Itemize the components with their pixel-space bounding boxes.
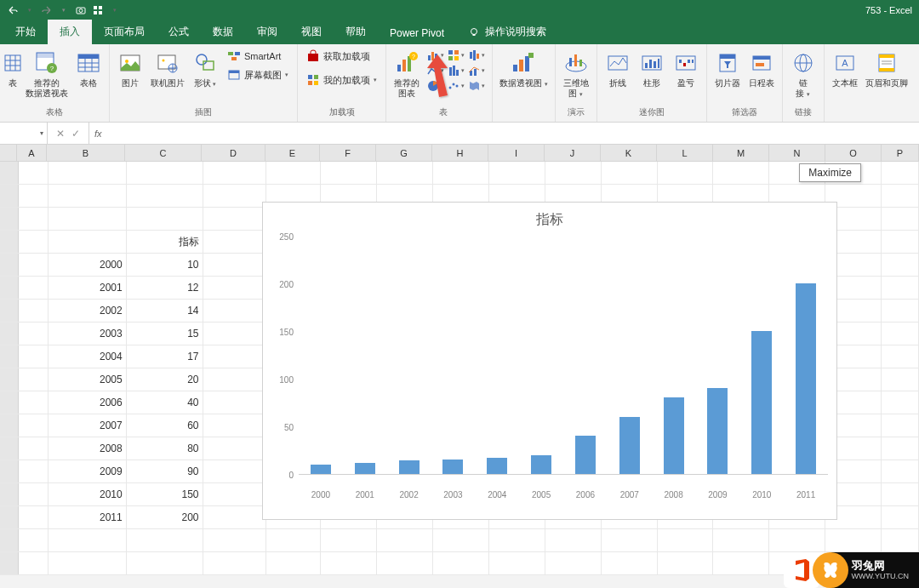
cell[interactable] bbox=[203, 345, 267, 368]
pivotchart-button[interactable]: 数据透视图 ▾ bbox=[498, 48, 550, 90]
sparkline-column-button[interactable]: 柱形 bbox=[636, 48, 667, 90]
tab-page-layout[interactable]: 页面布局 bbox=[92, 20, 157, 44]
combo-chart-button[interactable]: ▾ bbox=[466, 63, 487, 78]
column-header[interactable]: M bbox=[713, 145, 769, 161]
tab-view[interactable]: 视图 bbox=[289, 20, 334, 44]
cell[interactable] bbox=[489, 552, 545, 574]
cell[interactable]: 2006 bbox=[49, 391, 127, 414]
chart-bar[interactable] bbox=[311, 465, 331, 474]
cell[interactable] bbox=[19, 391, 49, 414]
cell[interactable] bbox=[377, 552, 433, 574]
cell[interactable] bbox=[203, 368, 267, 391]
column-header[interactable]: I bbox=[488, 145, 545, 161]
cell[interactable] bbox=[203, 437, 267, 460]
row-header[interactable] bbox=[0, 552, 19, 574]
cell[interactable] bbox=[19, 368, 49, 391]
row-header[interactable] bbox=[0, 529, 19, 551]
cell[interactable] bbox=[658, 162, 714, 184]
cell[interactable] bbox=[433, 162, 489, 184]
cell[interactable] bbox=[127, 552, 203, 574]
chart-bar[interactable] bbox=[399, 460, 420, 474]
cell[interactable] bbox=[19, 345, 49, 368]
column-header[interactable]: F bbox=[320, 145, 376, 161]
row-header[interactable] bbox=[0, 414, 19, 437]
cell[interactable] bbox=[19, 162, 49, 184]
column-header[interactable]: N bbox=[769, 145, 825, 161]
column-header[interactable]: E bbox=[265, 145, 320, 161]
cell[interactable]: 40 bbox=[127, 391, 203, 414]
cell[interactable] bbox=[377, 529, 433, 551]
cell[interactable]: 90 bbox=[127, 460, 203, 482]
cell[interactable] bbox=[658, 529, 714, 551]
cell[interactable]: 指标 bbox=[127, 231, 203, 253]
chart-bar[interactable] bbox=[487, 458, 507, 474]
undo-dropdown-icon[interactable]: ▾ bbox=[24, 4, 36, 16]
formula-input[interactable] bbox=[107, 128, 919, 139]
chart-title[interactable]: 指标 bbox=[263, 211, 836, 229]
text-box-button[interactable]: A 文本框 bbox=[830, 48, 860, 90]
qat-customize-icon[interactable]: ▾ bbox=[109, 4, 121, 16]
cell[interactable] bbox=[19, 414, 49, 437]
cell[interactable] bbox=[19, 506, 49, 528]
chart-bar[interactable] bbox=[531, 455, 551, 474]
sparkline-winloss-button[interactable]: 盈亏 bbox=[671, 48, 701, 90]
cell[interactable] bbox=[266, 529, 321, 551]
chart-bar[interactable] bbox=[751, 331, 772, 474]
column-header[interactable]: C bbox=[125, 145, 202, 161]
cell[interactable] bbox=[19, 483, 49, 505]
cell[interactable] bbox=[19, 231, 49, 253]
row-header[interactable] bbox=[0, 277, 19, 299]
cell[interactable] bbox=[203, 300, 267, 322]
cell[interactable] bbox=[489, 162, 545, 184]
row-header[interactable] bbox=[0, 185, 19, 207]
cell[interactable] bbox=[545, 529, 602, 551]
cell[interactable] bbox=[882, 254, 919, 276]
row-header[interactable] bbox=[0, 162, 19, 184]
waterfall-chart-button[interactable]: ▾ bbox=[466, 48, 487, 63]
chart-bar[interactable] bbox=[619, 417, 640, 474]
map-chart-button[interactable]: ▾ bbox=[466, 78, 487, 94]
cell[interactable] bbox=[882, 231, 919, 253]
timeline-button[interactable]: 日程表 bbox=[746, 48, 777, 90]
cell[interactable] bbox=[203, 254, 267, 276]
undo-icon[interactable] bbox=[7, 4, 19, 16]
cell[interactable] bbox=[49, 208, 127, 230]
cell[interactable]: 60 bbox=[127, 414, 203, 437]
chart-bar[interactable] bbox=[355, 463, 375, 474]
cell[interactable] bbox=[321, 529, 377, 551]
slicer-button[interactable]: 切片器 bbox=[712, 48, 743, 90]
my-addins-button[interactable]: 我的加载项 ▾ bbox=[303, 71, 380, 88]
3d-map-button[interactable]: 三维地 图 ▾ bbox=[561, 48, 591, 100]
cell[interactable]: 2010 bbox=[49, 483, 127, 505]
cell[interactable] bbox=[433, 552, 489, 574]
row-header[interactable] bbox=[0, 483, 19, 505]
cell[interactable] bbox=[19, 323, 49, 345]
cell[interactable] bbox=[882, 323, 919, 345]
cell[interactable] bbox=[203, 162, 267, 184]
row-header[interactable] bbox=[0, 231, 19, 253]
recommended-pivot-button[interactable]: ? 推荐的 数据透视表 bbox=[24, 48, 70, 100]
cell[interactable] bbox=[203, 208, 267, 230]
cell[interactable] bbox=[602, 162, 658, 184]
row-header[interactable] bbox=[0, 506, 19, 528]
recommended-charts-button[interactable]: ? 推荐的 图表 bbox=[391, 48, 422, 100]
cell[interactable] bbox=[49, 552, 127, 574]
smartart-button[interactable]: SmartArt bbox=[224, 48, 292, 65]
grid-icon[interactable] bbox=[92, 4, 104, 16]
link-button[interactable]: 链 接 ▾ bbox=[788, 48, 819, 100]
cell[interactable] bbox=[377, 162, 433, 184]
online-pictures-button[interactable]: 联机图片 bbox=[149, 48, 186, 90]
cell[interactable] bbox=[882, 345, 919, 368]
cell[interactable] bbox=[602, 529, 658, 551]
cell[interactable] bbox=[49, 185, 127, 207]
chart-bar[interactable] bbox=[707, 388, 728, 474]
cell[interactable] bbox=[49, 162, 127, 184]
cell[interactable] bbox=[203, 391, 267, 414]
tab-formulas[interactable]: 公式 bbox=[157, 20, 201, 44]
cell[interactable] bbox=[49, 231, 127, 253]
cell[interactable] bbox=[882, 208, 919, 230]
cell[interactable] bbox=[882, 391, 919, 414]
cell[interactable] bbox=[203, 323, 267, 345]
cell[interactable] bbox=[203, 483, 267, 505]
redo-dropdown-icon[interactable]: ▾ bbox=[58, 4, 70, 16]
